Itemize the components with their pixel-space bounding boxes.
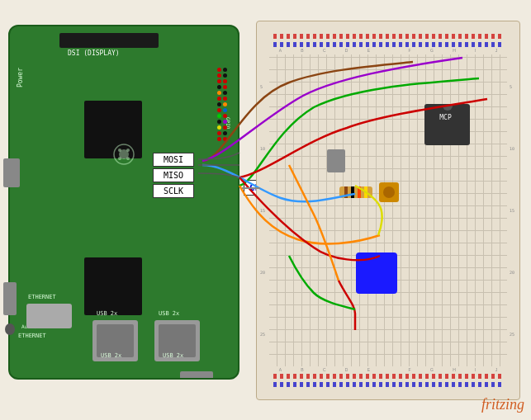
gpio-pin	[223, 125, 227, 130]
gpio-pin	[223, 85, 227, 89]
gpio-pin	[217, 102, 221, 106]
main-container: DSI (DISPLAY) Power GPIO HDMI CSI	[0, 0, 531, 420]
gpio-pin	[217, 137, 221, 141]
rpi-logo	[111, 142, 136, 167]
bb-rail-negative-bottom	[273, 382, 503, 387]
bb-col-labels-bottom: A B C D E F G H I J	[269, 367, 507, 372]
bb-num: 15	[510, 208, 514, 213]
gpio-pin	[223, 68, 227, 72]
bb-rail-negative-top	[273, 42, 503, 47]
usb-label-2: USB 2x	[159, 310, 179, 317]
resistor-band	[358, 186, 361, 198]
audio-port	[5, 323, 15, 335]
svg-point-2	[118, 149, 121, 152]
usb2-text: USB 2x	[163, 352, 183, 359]
gpio-pins	[215, 68, 230, 233]
col-label: H	[453, 48, 456, 53]
power-label: Power	[17, 68, 24, 87]
gpio-pin	[223, 102, 227, 106]
bb-rail-positive-top	[273, 34, 503, 39]
bb-num: 25	[510, 332, 514, 337]
fritzing-watermark: fritzing	[481, 396, 524, 413]
bb-num: 25	[260, 332, 265, 337]
resistor	[339, 186, 372, 198]
gpio-pin	[217, 91, 221, 95]
sd-slot	[180, 371, 213, 378]
bb-num: 10	[260, 146, 265, 151]
ethernet-label: ETHERNET	[28, 294, 56, 300]
svg-point-4	[118, 157, 121, 160]
gpio-pin	[223, 97, 227, 101]
raspberry-pi-board: DSI (DISPLAY) Power GPIO HDMI CSI	[8, 25, 239, 380]
col-label: F	[409, 367, 411, 372]
miso-label: MISO	[153, 168, 194, 182]
col-label: B	[301, 367, 303, 372]
gpio-pin	[223, 131, 227, 135]
gpio-pin	[217, 79, 221, 83]
bb-num: 15	[260, 208, 265, 213]
sclk-label: SCLK	[153, 184, 194, 198]
capacitor	[327, 149, 345, 172]
col-label: H	[453, 367, 456, 372]
gpio-pin	[217, 68, 221, 72]
gpio-pin	[217, 97, 221, 101]
bb-col-labels: A B C D E F G H I J	[269, 48, 507, 53]
hdmi-port: HDMI	[3, 158, 20, 187]
col-label: I	[475, 367, 476, 372]
col-label: B	[301, 48, 303, 53]
trimmer-knob	[383, 186, 395, 198]
gpio-pin	[223, 79, 227, 83]
svg-point-5	[126, 157, 130, 160]
col-label: G	[430, 367, 434, 372]
col-label: J	[495, 48, 498, 53]
usb1-text: USB 2x	[101, 352, 121, 359]
mcp-chip-label: MCP	[423, 114, 468, 121]
usb-label-1: USB 2x	[97, 310, 117, 317]
bb-num: 20	[510, 270, 514, 275]
gpio-pin	[217, 108, 221, 112]
col-label: F	[409, 48, 411, 53]
csi-connector: CSI (CAMERA)	[3, 282, 17, 315]
main-chip-2	[84, 257, 142, 315]
gpio-pin	[217, 73, 221, 78]
col-label: E	[367, 367, 370, 372]
svg-point-3	[126, 149, 130, 152]
gpio-pin	[223, 108, 227, 112]
col-label: E	[367, 48, 370, 53]
gpio-pin	[217, 125, 221, 130]
col-label: C	[323, 48, 326, 53]
bb-row-numbers-right: 5 10 15 20 25	[510, 56, 514, 365]
resistor-band	[364, 186, 367, 198]
col-label: I	[475, 48, 476, 53]
gpio-pin	[223, 114, 227, 118]
bb-row-numbers-left: 5 10 15 20 25	[260, 56, 265, 365]
potentiometer	[356, 252, 397, 294]
gpio-pin	[217, 114, 221, 118]
col-label: D	[345, 48, 348, 53]
bb-grid	[269, 54, 507, 366]
ethernet-port	[26, 304, 72, 328]
col-label: A	[279, 48, 282, 53]
bb-num: 5	[260, 84, 265, 89]
bb-num: 20	[260, 270, 265, 275]
gpio-pin	[223, 120, 227, 124]
breadboard: 5 10 15 20 25 5 10 15 20 25 A B C D E F …	[256, 21, 520, 400]
gpio-pin	[217, 85, 221, 89]
gpio-pin	[217, 120, 221, 124]
bb-rail-positive-bottom	[273, 374, 503, 379]
col-label: C	[323, 367, 326, 372]
eth-text: ETHERNET	[18, 333, 46, 339]
mcp-chip	[424, 104, 470, 145]
col-label: G	[430, 48, 434, 53]
spi-labels: MOSI MISO SCLK	[153, 153, 194, 198]
gpio-pin	[223, 137, 227, 141]
dsi-label: DSI (DISPLAY)	[68, 50, 120, 57]
col-label: A	[279, 367, 282, 372]
gpio-pin	[223, 91, 227, 95]
col-label: J	[495, 367, 498, 372]
gpio-pin	[223, 73, 227, 78]
bb-num: 5	[510, 84, 514, 89]
resistor-band	[344, 186, 348, 198]
dsi-connector	[59, 33, 159, 48]
resistor-band	[351, 186, 354, 198]
